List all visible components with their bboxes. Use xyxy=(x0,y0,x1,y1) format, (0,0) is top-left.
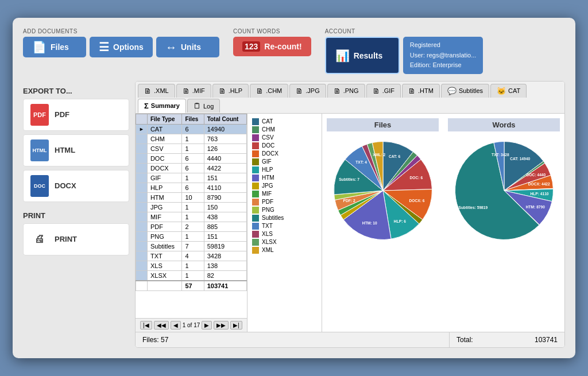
nav-next[interactable]: ▶ xyxy=(202,321,212,330)
options-button[interactable]: ☰ Options xyxy=(90,37,153,57)
recount-icon: 123 xyxy=(242,41,260,52)
footer-total: Total: 103741 xyxy=(450,332,564,347)
tab-chm[interactable]: 🗎.CHM xyxy=(250,84,288,98)
cell-files: 1 xyxy=(182,261,204,270)
table-row[interactable]: XLSX 1 82 xyxy=(136,270,247,281)
table-row[interactable]: ► CAT 6 14940 xyxy=(136,124,247,134)
recount-button[interactable]: 123 Re-count! xyxy=(233,37,311,56)
table-row[interactable]: HTM 10 8790 xyxy=(136,192,247,202)
table-row[interactable]: CSV 1 126 xyxy=(136,144,247,153)
legend-color-swatch xyxy=(252,207,259,214)
table-scroll[interactable]: File Type Files Total Count ► CAT 6 1494… xyxy=(136,114,247,318)
tab-summary[interactable]: ΣSummary xyxy=(138,99,186,113)
tab-subtitles[interactable]: 💬Subtitles xyxy=(441,84,489,98)
cell-files: 1 xyxy=(182,134,204,144)
table-row[interactable]: DOCX 6 4422 xyxy=(136,163,247,173)
cell-filetype: MIF xyxy=(147,212,182,222)
cell-count: 3428 xyxy=(204,251,246,261)
row-indicator xyxy=(136,251,148,261)
table-row[interactable]: CHM 1 763 xyxy=(136,134,247,144)
legend-item-label: CHM xyxy=(262,126,275,133)
cell-files: 1 xyxy=(182,231,204,241)
tab-hlp[interactable]: 🗎.HLP xyxy=(212,84,249,98)
row-indicator xyxy=(136,153,148,163)
chm-tab-label: .CHM xyxy=(266,87,282,94)
legend-item: DOC xyxy=(252,142,317,149)
summary-tab-icon: Σ xyxy=(144,102,149,110)
xml-tab-label: .XML xyxy=(154,87,169,94)
chm-tab-icon: 🗎 xyxy=(256,87,264,95)
cell-files: 1 xyxy=(182,173,204,183)
legend-color-swatch xyxy=(252,150,259,157)
pie-label: HLP: 6 xyxy=(393,219,405,223)
cell-filetype: Subtitles xyxy=(147,241,182,251)
tab-mif[interactable]: 🗎.MIF xyxy=(176,84,211,98)
results-button[interactable]: 📊 Results xyxy=(325,37,400,74)
footer-total-value: 103741 xyxy=(535,336,558,344)
tab-log[interactable]: 🗒Log xyxy=(187,99,220,113)
legend-item: HLP xyxy=(252,166,317,173)
table-row[interactable]: TXT 4 3428 xyxy=(136,251,247,261)
sidebar-item-print[interactable]: 🖨 PRINT xyxy=(23,223,129,255)
chart-top: CATCHMCSVDOCDOCXGIFHLPHTMJPGMIFPDFPNGSub… xyxy=(247,114,564,332)
sidebar: EXPORT TO... PDF PDF HTML HTML DOC DOCX … xyxy=(23,81,129,348)
nav-first[interactable]: |◀ xyxy=(140,321,152,330)
cell-filetype: TXT xyxy=(147,251,182,261)
account-info: Registered User: regs@translatio... Edit… xyxy=(403,37,483,74)
table-row[interactable]: JPG 1 150 xyxy=(136,202,247,212)
legend-item: HTM xyxy=(252,175,317,181)
section-add-documents-label: ADD DOCUMENTS xyxy=(23,28,78,34)
legend-item-label: PNG xyxy=(262,207,274,213)
cell-files: 7 xyxy=(182,241,204,251)
sidebar-item-pdf[interactable]: PDF PDF xyxy=(23,99,129,131)
nav-next2[interactable]: ▶▶ xyxy=(214,321,229,330)
tab-xml[interactable]: 🗎.XML xyxy=(138,84,175,98)
sidebar-item-html[interactable]: HTML HTML xyxy=(23,134,129,166)
content-area: File Type Files Total Count ► CAT 6 1494… xyxy=(136,114,564,332)
table-row[interactable]: MIF 1 438 xyxy=(136,212,247,222)
nav-prev2[interactable]: ◀◀ xyxy=(154,321,169,330)
legend-color-swatch xyxy=(252,223,259,230)
table-row[interactable]: Subtitles 7 59819 xyxy=(136,241,247,251)
cell-files: 1 xyxy=(182,212,204,222)
section-account: ACCOUNT 📊 Results Registered User: regs@… xyxy=(325,28,483,74)
cell-count: 82 xyxy=(204,270,246,281)
jpg-tab-icon: 🗎 xyxy=(296,87,303,95)
tab-gif[interactable]: 🗎.GIF xyxy=(366,84,401,98)
tab-htm[interactable]: 🗎.HTM xyxy=(402,84,440,98)
files-button[interactable]: 📄 Files xyxy=(23,37,86,57)
units-button[interactable]: ↔ Units xyxy=(156,37,219,57)
legend-item-label: GIF xyxy=(262,158,272,165)
cell-files: 6 xyxy=(182,183,204,192)
legend-item-label: HLP xyxy=(262,166,273,173)
pie-label: Subtitles: 7 xyxy=(339,177,359,181)
table-row[interactable]: XLS 1 138 xyxy=(136,261,247,270)
table-row[interactable]: DOC 6 4440 xyxy=(136,153,247,163)
nav-prev[interactable]: ◀ xyxy=(171,321,181,330)
tab-jpg[interactable]: 🗎.JPG xyxy=(289,84,326,98)
sidebar-item-docx[interactable]: DOC DOCX xyxy=(23,170,129,202)
nav-last[interactable]: ▶| xyxy=(230,321,242,330)
chart-section: CATCHMCSVDOCDOCXGIFHLPHTMJPGMIFPDFPNGSub… xyxy=(247,114,564,332)
pie-label: DOCX: 4422 xyxy=(528,182,550,186)
section-count-words-label: COUNT WORDS xyxy=(233,28,280,34)
legend-item: JPG xyxy=(252,183,317,189)
main-window: ADD DOCUMENTS 📄 Files ☰ Options ↔ Units … xyxy=(13,18,575,358)
table-row[interactable]: HLP 6 4110 xyxy=(136,183,247,192)
pagination: 1 of 17 xyxy=(183,322,200,328)
cell-filetype: CSV xyxy=(147,144,182,153)
row-indicator xyxy=(136,222,148,231)
table-row[interactable]: PNG 1 151 xyxy=(136,231,247,241)
table-row[interactable]: GIF 1 151 xyxy=(136,173,247,183)
section-count-words: COUNT WORDS 123 Re-count! xyxy=(233,28,311,56)
cell-count: 4110 xyxy=(204,183,246,192)
legend-color-swatch xyxy=(252,142,259,149)
cell-filetype: PDF xyxy=(147,222,182,231)
tab-cat[interactable]: 🐱CAT xyxy=(490,84,527,98)
legend-item: XLS xyxy=(252,231,317,238)
files-label: Files xyxy=(51,42,69,52)
footer: Files: 57 Total: 103741 xyxy=(136,332,564,347)
table-row[interactable]: PDF 2 885 xyxy=(136,222,247,231)
tab-png[interactable]: 🗎.PNG xyxy=(327,84,365,98)
legend-item-label: HTM xyxy=(262,175,274,181)
